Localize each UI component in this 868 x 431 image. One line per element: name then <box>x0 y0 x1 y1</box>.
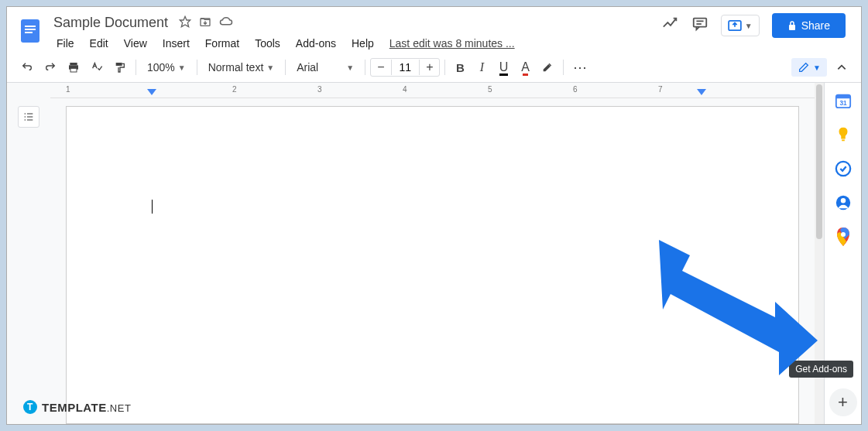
comment-history-icon[interactable] <box>691 15 708 36</box>
svg-rect-14 <box>116 63 122 66</box>
paint-format-button[interactable] <box>109 57 131 77</box>
chevron-down-icon: ▼ <box>266 63 274 72</box>
star-icon[interactable] <box>179 15 191 31</box>
template-logo-icon: T <box>23 400 37 414</box>
ruler-tick: 2 <box>232 85 237 94</box>
svg-marker-22 <box>697 89 706 95</box>
style-value: Normal text <box>208 61 264 74</box>
move-icon[interactable] <box>199 15 211 31</box>
calendar-icon[interactable]: 31 <box>835 92 852 109</box>
zoom-value: 100% <box>147 61 175 74</box>
menu-insert[interactable]: Insert <box>156 34 196 53</box>
svg-marker-4 <box>180 16 190 26</box>
ruler-tick: 4 <box>403 85 407 94</box>
svg-point-29 <box>840 198 845 203</box>
text-color-button[interactable]: A <box>515 57 535 77</box>
font-value: Arial <box>297 61 318 74</box>
chevron-down-icon: ▼ <box>745 22 753 30</box>
svg-rect-13 <box>70 68 77 72</box>
horizontal-ruler[interactable]: 1 2 3 4 5 6 7 <box>50 83 815 98</box>
chevron-down-icon: ▼ <box>813 63 821 72</box>
side-panel: 31 + Get Add-ons <box>824 83 861 424</box>
ruler-tick: 3 <box>317 85 322 94</box>
addons-tooltip: Get Add-ons <box>789 361 853 378</box>
svg-rect-2 <box>25 29 36 30</box>
text-cursor <box>152 200 153 214</box>
menu-view[interactable]: View <box>118 34 153 53</box>
font-dropdown[interactable]: Arial ▼ <box>290 58 360 77</box>
keep-icon[interactable] <box>835 126 852 143</box>
share-button[interactable]: Share <box>772 13 846 38</box>
menu-format[interactable]: Format <box>199 34 245 53</box>
svg-rect-11 <box>70 63 77 65</box>
bold-button[interactable]: B <box>450 57 470 77</box>
document-title[interactable]: Sample Document <box>50 13 171 32</box>
svg-rect-1 <box>25 26 36 27</box>
svg-rect-6 <box>693 19 706 27</box>
menu-addons[interactable]: Add-ons <box>290 34 342 53</box>
svg-rect-3 <box>25 32 33 33</box>
ruler-tick: 5 <box>488 85 492 94</box>
menu-edit[interactable]: Edit <box>84 34 115 53</box>
document-page[interactable] <box>66 106 799 424</box>
menu-file[interactable]: File <box>50 34 81 53</box>
menu-help[interactable]: Help <box>345 34 380 53</box>
tasks-icon[interactable] <box>835 160 852 177</box>
present-icon <box>728 20 742 31</box>
menu-tools[interactable]: Tools <box>249 34 286 53</box>
svg-rect-10 <box>789 25 795 30</box>
toolbar: 100% ▼ Normal text ▼ Arial ▼ − 11 + B I … <box>7 53 861 83</box>
print-button[interactable] <box>63 57 84 77</box>
right-indent-marker[interactable] <box>697 89 706 98</box>
chevron-down-icon: ▼ <box>346 63 354 72</box>
svg-marker-21 <box>147 89 156 95</box>
chevron-down-icon: ▼ <box>178 63 186 72</box>
redo-button[interactable] <box>39 57 61 77</box>
docs-logo[interactable] <box>16 16 44 44</box>
ruler-tick: 7 <box>658 85 663 94</box>
left-indent-marker[interactable] <box>147 89 156 98</box>
underline-button[interactable]: U <box>493 57 513 77</box>
cloud-status-icon[interactable] <box>219 15 233 31</box>
contacts-icon[interactable] <box>835 194 852 211</box>
scroll-thumb[interactable] <box>816 84 822 239</box>
lock-icon <box>787 20 797 31</box>
svg-rect-24 <box>835 95 849 99</box>
zoom-dropdown[interactable]: 100% ▼ <box>141 58 192 77</box>
activity-icon[interactable] <box>662 15 679 36</box>
get-addons-button[interactable]: + <box>829 388 857 416</box>
ruler-tick: 1 <box>66 85 70 94</box>
collapse-toolbar-button[interactable] <box>832 57 852 77</box>
font-size-group: − 11 + <box>370 58 440 77</box>
font-size-increase[interactable]: + <box>420 59 439 76</box>
font-size-value[interactable]: 11 <box>391 60 420 75</box>
svg-point-30 <box>841 232 846 237</box>
editing-mode-button[interactable]: ▼ <box>791 58 827 77</box>
maps-icon[interactable] <box>835 228 852 245</box>
watermark-logo: T TEMPLATE.NET <box>23 400 131 414</box>
document-outline-button[interactable] <box>18 106 39 128</box>
spellcheck-button[interactable] <box>86 57 108 77</box>
present-button[interactable]: ▼ <box>721 15 760 36</box>
watermark-suffix: .NET <box>107 402 132 414</box>
paragraph-style-dropdown[interactable]: Normal text ▼ <box>202 58 280 77</box>
last-edit-link[interactable]: Last edit was 8 minutes ... <box>383 34 521 53</box>
watermark-brand: TEMPLATE <box>42 401 107 414</box>
svg-text:31: 31 <box>839 100 847 107</box>
ruler-tick: 6 <box>573 85 578 94</box>
pencil-icon <box>798 61 810 74</box>
font-size-decrease[interactable]: − <box>371 59 390 76</box>
more-toolbar-button[interactable]: ⋯ <box>568 57 593 77</box>
undo-button[interactable] <box>16 57 38 77</box>
svg-rect-26 <box>842 139 845 141</box>
italic-button[interactable]: I <box>472 57 492 77</box>
highlight-button[interactable] <box>537 57 558 77</box>
share-label: Share <box>801 19 830 32</box>
menu-bar: File Edit View Insert Format Tools Add-o… <box>50 34 662 53</box>
svg-rect-0 <box>21 19 39 43</box>
